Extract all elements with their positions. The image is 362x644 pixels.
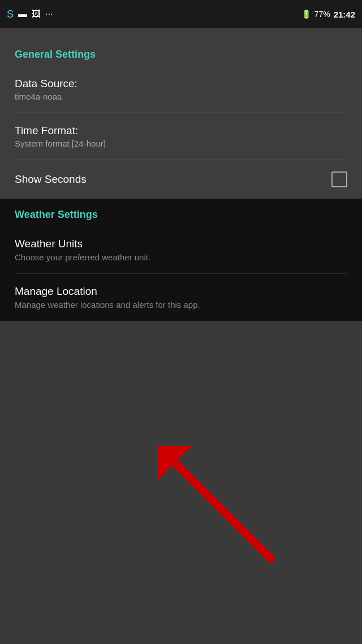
weather-settings-section: Weather Settings Weather Units Choose yo…	[0, 199, 362, 321]
weather-units-title: Weather Units	[15, 238, 347, 250]
show-seconds-item[interactable]: Show Seconds	[15, 160, 347, 199]
weather-units-subtitle: Choose your preferred weather unit.	[15, 252, 347, 262]
data-source-title: Data Source:	[15, 78, 77, 90]
time-display: 21:42	[334, 10, 355, 19]
data-source-item[interactable]: Data Source: time4a-noaa	[15, 66, 347, 113]
data-source-text-group: Data Source: time4a-noaa	[15, 78, 77, 101]
general-settings-section: General Settings Data Source: time4a-noa…	[0, 28, 362, 199]
time-format-value: System format [24-hour]	[15, 139, 106, 148]
annotation-container	[0, 429, 362, 644]
arrow-svg	[158, 446, 283, 570]
svg-line-1	[175, 463, 272, 559]
status-bar-left: S ▬ 🖼 ···	[7, 8, 53, 20]
sd-icon: ▬	[18, 9, 27, 19]
red-arrow-annotation	[158, 446, 283, 573]
battery-percent: 77%	[314, 10, 330, 19]
weather-units-item[interactable]: Weather Units Choose your preferred weat…	[15, 226, 347, 274]
manage-location-subtitle: Manage weather locations and alerts for …	[15, 300, 347, 310]
manage-location-title: Manage Location	[15, 285, 347, 298]
show-seconds-text-group: Show Seconds	[15, 173, 87, 186]
weather-settings-header: Weather Settings	[15, 199, 347, 226]
data-source-value: time4a-noaa	[15, 92, 77, 101]
status-bar: S ▬ 🖼 ··· 🔋 77% 21:42	[0, 0, 362, 28]
status-bar-right: 🔋 77% 21:42	[301, 10, 355, 19]
s-icon: S	[7, 8, 14, 20]
show-seconds-title: Show Seconds	[15, 173, 87, 186]
time-format-item[interactable]: Time Format: System format [24-hour]	[15, 113, 347, 160]
time-format-text-group: Time Format: System format [24-hour]	[15, 124, 106, 148]
more-icon: ···	[45, 9, 53, 19]
img-icon: 🖼	[32, 9, 41, 19]
battery-icon: 🔋	[301, 10, 311, 19]
time-format-title: Time Format:	[15, 124, 106, 137]
manage-location-item[interactable]: Manage Location Manage weather locations…	[15, 274, 347, 321]
general-settings-header: General Settings	[15, 40, 347, 66]
show-seconds-checkbox[interactable]	[331, 171, 347, 187]
